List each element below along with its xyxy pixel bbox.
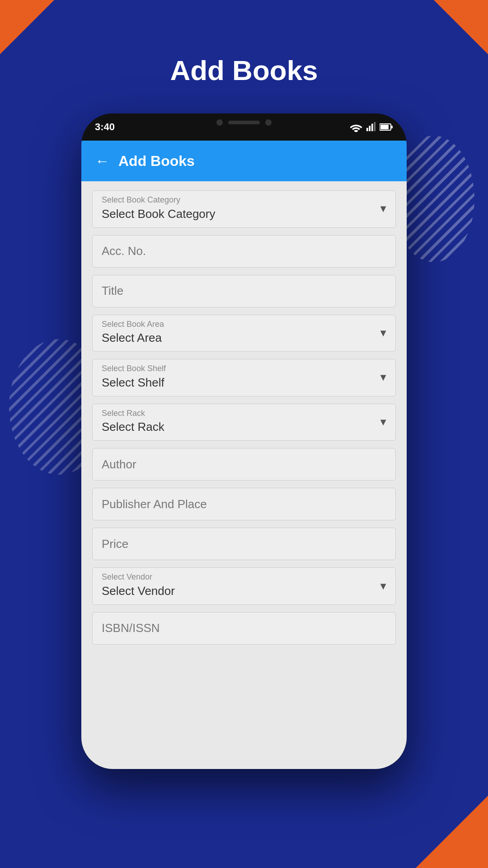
acc-no-placeholder: Acc. No. (102, 244, 146, 258)
app-header-title: Add Books (118, 153, 195, 170)
book-area-arrow: ▼ (378, 327, 388, 339)
book-category-dropdown[interactable]: Select Book Category Select Book Categor… (92, 190, 396, 228)
svg-rect-3 (374, 122, 375, 131)
back-button[interactable]: ← (95, 153, 109, 170)
corner-decoration-top-left (0, 0, 54, 54)
vendor-value: Select Vendor (102, 584, 386, 598)
select-rack-dropdown[interactable]: Select Rack Select Rack ▼ (92, 404, 396, 441)
svg-rect-2 (371, 124, 373, 132)
status-icons (350, 122, 393, 132)
vendor-label: Select Vendor (102, 572, 386, 582)
corner-decoration-top-right (434, 0, 488, 54)
book-category-arrow: ▼ (378, 203, 388, 215)
notch-camera (216, 119, 223, 126)
isbn-field[interactable]: ISBN/ISSN (92, 612, 396, 645)
wifi-icon (350, 122, 362, 132)
svg-rect-5 (391, 126, 393, 128)
notch-speaker (228, 121, 260, 124)
corner-decoration-bottom-right (416, 796, 488, 868)
book-shelf-dropdown[interactable]: Select Book Shelf Select Shelf ▼ (92, 359, 396, 396)
author-placeholder: Author (102, 458, 136, 472)
book-category-value: Select Book Category (102, 207, 386, 221)
isbn-placeholder: ISBN/ISSN (102, 621, 160, 635)
select-rack-arrow: ▼ (378, 416, 388, 428)
select-rack-value: Select Rack (102, 420, 386, 434)
book-area-value: Select Area (102, 331, 386, 345)
acc-no-field[interactable]: Acc. No. (92, 235, 396, 268)
status-time: 3:40 (95, 121, 115, 133)
page-title: Add Books (170, 54, 318, 86)
book-shelf-value: Select Shelf (102, 376, 386, 390)
app-header: ← Add Books (81, 141, 407, 181)
notch (190, 113, 298, 132)
vendor-dropdown[interactable]: Select Vendor Select Vendor ▼ (92, 567, 396, 605)
book-area-label: Select Book Area (102, 320, 386, 330)
publisher-placeholder: Publisher And Place (102, 497, 207, 511)
battery-icon (380, 122, 393, 132)
svg-rect-1 (369, 126, 371, 131)
notch-camera-2 (265, 119, 272, 126)
phone-mockup: 3:40 ← (81, 113, 407, 769)
publisher-field[interactable]: Publisher And Place (92, 488, 396, 520)
signal-icon (366, 122, 376, 132)
form-content: Select Book Category Select Book Categor… (81, 181, 407, 769)
vendor-arrow: ▼ (378, 580, 388, 592)
title-placeholder: Title (102, 284, 123, 298)
svg-rect-6 (380, 125, 389, 129)
svg-rect-0 (366, 128, 368, 131)
book-shelf-label: Select Book Shelf (102, 364, 386, 374)
book-category-label: Select Book Category (102, 195, 386, 205)
book-shelf-arrow: ▼ (378, 372, 388, 383)
status-bar: 3:40 (81, 113, 407, 141)
price-placeholder: Price (102, 537, 128, 551)
price-field[interactable]: Price (92, 528, 396, 560)
author-field[interactable]: Author (92, 448, 396, 481)
title-field[interactable]: Title (92, 275, 396, 307)
book-area-dropdown[interactable]: Select Book Area Select Area ▼ (92, 315, 396, 352)
select-rack-label: Select Rack (102, 409, 386, 419)
